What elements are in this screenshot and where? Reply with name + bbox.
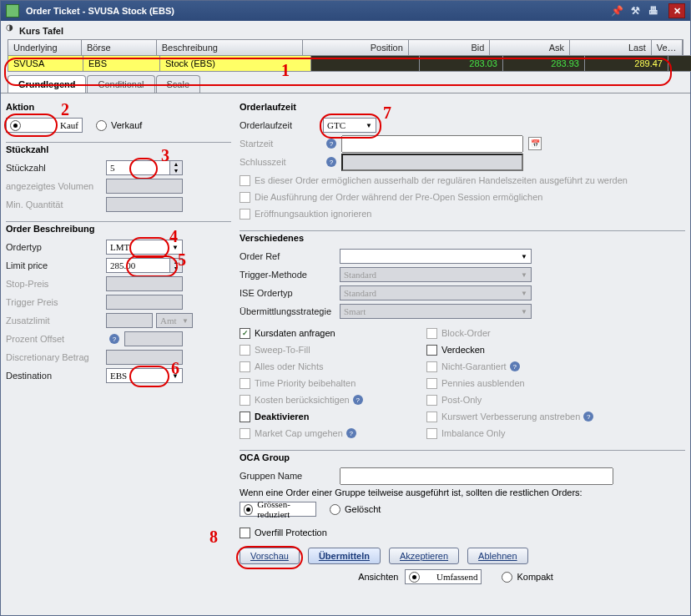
prozent-offset-input <box>124 331 183 346</box>
limit-price-stepper[interactable]: 285.00▲▼ <box>106 258 183 273</box>
config-icon[interactable]: ⚒ <box>628 4 642 18</box>
col-bid[interactable]: Bid <box>409 40 491 55</box>
chk-nicht-garantiert: Nicht-Garantiert? <box>426 358 602 375</box>
col-exchange[interactable]: Börse <box>82 40 157 55</box>
disp-volumen-input <box>106 179 183 194</box>
qty-down-icon[interactable]: ▼ <box>170 168 182 174</box>
right-column: Orderlaufzeit Orderlaufzeit GTC▼ 7 Start… <box>231 97 685 610</box>
collapse-icon[interactable]: ◑ <box>6 23 16 33</box>
tab-scale[interactable]: Scale <box>156 75 201 93</box>
schlusszeit-label: Schlusszeit <box>240 157 323 167</box>
zusatzlimit-type: Amt▼ <box>156 313 193 328</box>
close-icon[interactable]: ✕ <box>668 3 685 18</box>
radio-geloescht[interactable]: Gelöscht <box>330 504 381 515</box>
tif-value: GTC <box>327 120 346 130</box>
info-icon[interactable]: ? <box>583 412 593 422</box>
quote-panel-title: Kurs Tafel <box>19 26 683 36</box>
chk-kursdaten[interactable]: Kursdaten anfragen <box>240 325 415 341</box>
chk-kurswert: Kurswert Verbesserung anstreben? <box>426 408 602 425</box>
quote-row-right[interactable]: 283.03 283.93 289.47 <box>311 55 691 72</box>
section-oca: OCA Group Gruppen Name Wenn eine Order e… <box>240 450 685 541</box>
col-position[interactable]: Position <box>303 40 409 55</box>
tab-conditional[interactable]: Conditional <box>87 75 154 93</box>
radio-kauf[interactable]: Kauf <box>6 118 83 133</box>
gruppen-name-label: Gruppen Name <box>240 471 340 481</box>
quantity-stepper[interactable]: 5▲▼ <box>106 160 183 175</box>
schlusszeit-input <box>341 154 523 171</box>
orderdesc-heading: Order Beschreibung <box>6 224 231 234</box>
info-icon[interactable]: ? <box>353 395 363 405</box>
orderref-select[interactable]: ▼ <box>340 249 532 264</box>
section-stueckzahl: Stückzahl Stückzahl 5▲▼ 3 angezeigtes Vo… <box>6 142 231 213</box>
pin-icon[interactable]: 📌 <box>610 4 623 18</box>
ise-ordertyp-select[interactable]: Standard▼ <box>340 285 532 300</box>
info-icon[interactable]: ? <box>346 428 356 438</box>
min-qty-input <box>106 197 183 212</box>
uebermitteln-button[interactable]: Übermitteln <box>308 548 381 564</box>
ablehnen-button[interactable]: Ablehnen <box>467 548 528 564</box>
chevron-down-icon: ▼ <box>172 244 179 251</box>
akzeptieren-button[interactable]: Akzeptieren <box>389 548 459 564</box>
col-last[interactable]: Last <box>570 40 652 55</box>
radio-umfassend[interactable]: Umfassend <box>405 569 482 584</box>
order-ticket-window: Order Ticket - SVUSA Stock (EBS) 📌 ⚒ 🖶 ✕… <box>0 0 691 616</box>
zusatzlimit-input <box>106 313 153 328</box>
tab-bar: Grundlegend Conditional Scale <box>8 75 690 93</box>
app-icon <box>6 4 19 18</box>
destination-value: EBS <box>110 371 127 381</box>
window-title: Order Ticket - SVUSA Stock (EBS) <box>26 6 174 16</box>
lmt-up-icon[interactable]: ▲ <box>170 259 182 265</box>
lmt-down-icon[interactable]: ▼ <box>170 265 182 272</box>
gruppen-name-input[interactable] <box>340 467 613 485</box>
ordertyp-select[interactable]: LMT▼ <box>106 240 183 255</box>
print-icon[interactable]: 🖶 <box>647 4 660 18</box>
info-icon[interactable]: ? <box>109 334 119 344</box>
triggermeth-select[interactable]: Standard▼ <box>340 267 532 282</box>
chk-eroeffnung: Eröffnungsauktion ignorieren <box>240 205 685 222</box>
action-buttons: Vorschau Übermitteln Akzeptieren Ablehne… <box>240 548 685 564</box>
info-icon[interactable]: ? <box>510 361 520 371</box>
chk-deaktivieren[interactable]: Deaktivieren <box>240 408 415 425</box>
radio-verkauf[interactable]: Verkauf <box>96 120 142 131</box>
tif-select[interactable]: GTC▼ <box>323 118 376 133</box>
tab-grundlegend[interactable]: Grundlegend <box>8 75 86 93</box>
section-verschiedenes: Verschiedenes Order Ref▼ Trigger-Methode… <box>240 230 685 442</box>
oca-text: Wenn eine Order einer Gruppe teilweise a… <box>240 487 685 497</box>
radio-groessen-reduziert[interactable]: Grössen-reduziert <box>240 502 316 517</box>
uebermittlung-select[interactable]: Smart▼ <box>340 304 532 319</box>
info-icon[interactable]: ? <box>326 139 336 149</box>
main-body: Aktion Kauf Verkauf 2 Stückzahl Stückzah… <box>1 93 690 615</box>
col-ask[interactable]: Ask <box>490 40 570 55</box>
quote-row-left[interactable]: SVUSA EBS Stock (EBS) <box>8 55 311 72</box>
chk-overfill[interactable]: Overfill Protection <box>240 524 415 541</box>
ordertyp-value: LMT <box>110 242 129 252</box>
info-icon[interactable]: ? <box>326 157 336 167</box>
min-quantitaet-label: Min. Quantität <box>6 199 106 210</box>
orderlaufzeit-heading: Orderlaufzeit <box>240 102 685 112</box>
col-underlying[interactable]: Underlying <box>8 40 82 55</box>
stueckzahl-heading: Stückzahl <box>6 144 231 154</box>
quote-header-row: Underlying Börse Beschreibung Position B… <box>8 39 683 55</box>
col-description[interactable]: Beschreibung <box>157 40 303 55</box>
chevron-down-icon: ▼ <box>366 122 372 129</box>
triggerpreis-label: Trigger Preis <box>6 297 106 307</box>
limit-price-value: 285.00 <box>110 260 135 270</box>
col-verla[interactable]: Verla... <box>652 40 683 55</box>
cell-exchange: EBS <box>83 56 160 71</box>
destination-select[interactable]: EBS▼ <box>106 368 183 383</box>
ise-ordertyp-label: ISE Ordertyp <box>240 288 340 298</box>
chk-verdecken[interactable]: Verdecken <box>426 341 602 358</box>
startzeit-input[interactable] <box>341 135 523 153</box>
titlebar: Order Ticket - SVUSA Stock (EBS) 📌 ⚒ 🖶 ✕ <box>1 1 690 21</box>
chevron-down-icon: ▼ <box>521 253 527 260</box>
calendar-icon[interactable]: 📅 <box>528 137 542 150</box>
cell-verla <box>668 56 691 71</box>
qty-up-icon[interactable]: ▲ <box>170 161 182 168</box>
startzeit-label: Startzeit <box>240 139 323 149</box>
radio-kompakt[interactable]: Kompakt <box>502 572 552 583</box>
quote-panel: ◑ Kurs Tafel Underlying Börse Beschreibu… <box>1 21 690 73</box>
vorschau-button[interactable]: Vorschau <box>240 548 300 564</box>
view-toggle: Ansichten Umfassend Kompakt <box>240 569 685 584</box>
chk-sweep: Sweep-To-Fill <box>240 341 415 358</box>
chk-marketcap: Market Cap umgehen? <box>240 425 415 442</box>
